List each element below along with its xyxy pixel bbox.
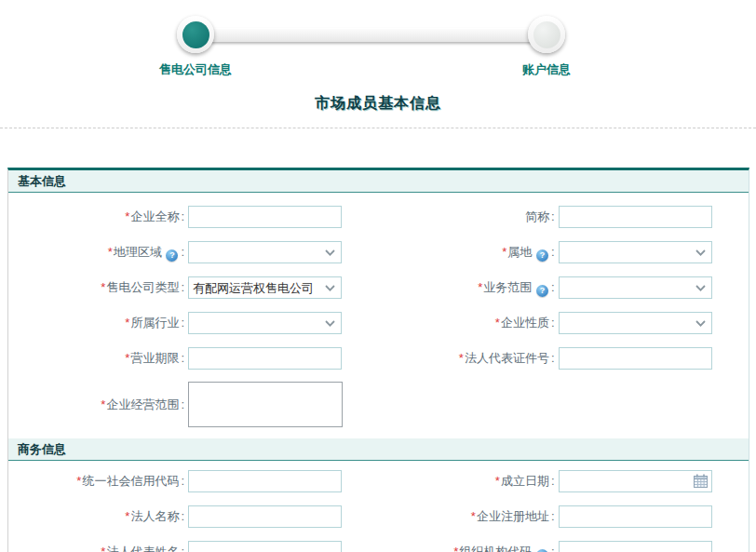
- field-label-territory: *属地 ?:: [379, 241, 556, 263]
- legal-person-name-input[interactable]: [188, 505, 342, 528]
- step-1-dot-icon: [182, 21, 209, 48]
- field-label-unified-social-credit-code: *统一社会信用代码:: [8, 470, 185, 492]
- enterprise-nature-select[interactable]: [559, 312, 712, 334]
- required-marker: *: [76, 474, 81, 488]
- required-marker: *: [495, 316, 500, 330]
- field-label-legal-person-name: *法人名称:: [8, 505, 185, 528]
- wizard-stepper: 售电公司信息 账户信息: [0, 7, 756, 82]
- field-label-organization-code: *组织机构代码 ?:: [379, 541, 556, 552]
- required-marker: *: [101, 397, 105, 411]
- required-marker: *: [495, 474, 500, 488]
- field-label-industry: *所属行业:: [8, 312, 185, 334]
- business-range-textarea[interactable]: [188, 382, 343, 427]
- dashed-divider: [0, 128, 756, 128]
- required-marker: *: [453, 545, 458, 552]
- required-marker: *: [502, 245, 506, 259]
- legal-rep-name-input[interactable]: [188, 541, 342, 552]
- required-marker: *: [125, 209, 129, 223]
- section-business-info: 商务信息 *统一社会信用代码: *成立日期:: [8, 438, 749, 552]
- stepper-connector-bar: [197, 28, 546, 42]
- required-marker: *: [478, 280, 482, 294]
- required-marker: *: [125, 316, 129, 330]
- field-label-short-name: 简称:: [379, 206, 556, 228]
- help-icon[interactable]: ?: [536, 249, 548, 262]
- field-label-company-type: *售电公司类型:: [8, 276, 185, 299]
- legal-rep-id-number-input[interactable]: [559, 347, 712, 370]
- short-name-input[interactable]: [559, 206, 712, 228]
- field-label-geographic-region: *地理区域 ?:: [8, 241, 185, 263]
- step-2-label: 账户信息: [481, 61, 612, 78]
- section-basic-info: 基本信息 *企业全称: 简称:: [8, 170, 749, 438]
- registered-address-input[interactable]: [559, 505, 712, 528]
- required-marker: *: [101, 280, 105, 294]
- unified-social-credit-code-input[interactable]: [188, 470, 342, 492]
- member-info-form: 基本信息 *企业全称: 简称:: [7, 168, 749, 552]
- business-term-input[interactable]: [188, 347, 342, 370]
- required-marker: *: [459, 351, 464, 365]
- field-label-enterprise-nature: *企业性质:: [379, 312, 556, 334]
- step-2-indicator: [528, 16, 565, 53]
- company-full-name-input[interactable]: [188, 206, 342, 228]
- required-marker: *: [471, 509, 476, 523]
- business-scope-select[interactable]: [559, 276, 712, 299]
- required-marker: *: [125, 351, 129, 365]
- calendar-icon[interactable]: [694, 474, 708, 488]
- step-2-dot-icon: [533, 21, 560, 48]
- page-title: 市场成员基本信息: [0, 94, 756, 114]
- section-basic-info-title: 基本信息: [8, 170, 749, 193]
- required-marker: *: [101, 545, 105, 552]
- step-1-indicator: [177, 16, 214, 53]
- territory-select[interactable]: [559, 241, 712, 263]
- field-label-company-full-name: *企业全称:: [8, 206, 185, 228]
- help-icon[interactable]: ?: [536, 285, 548, 297]
- field-label-legal-rep-name: *法人代表姓名:: [8, 541, 185, 552]
- industry-select[interactable]: [188, 312, 342, 334]
- field-label-establishment-date: *成立日期:: [379, 470, 556, 492]
- geographic-region-select[interactable]: [188, 241, 342, 263]
- field-label-legal-rep-id-number: *法人代表证件号:: [379, 347, 556, 370]
- field-label-business-term: *营业期限:: [8, 347, 185, 370]
- organization-code-input[interactable]: [559, 541, 712, 552]
- company-type-select[interactable]: 有配网运营权售电公司: [188, 276, 342, 299]
- establishment-date-input[interactable]: [559, 470, 712, 492]
- required-marker: *: [125, 509, 129, 523]
- required-marker: *: [108, 245, 113, 259]
- help-icon[interactable]: ?: [166, 249, 178, 262]
- field-label-business-range: *企业经营范围:: [8, 382, 185, 427]
- section-business-info-title: 商务信息: [8, 438, 749, 461]
- field-label-business-scope: *业务范围 ?:: [379, 276, 556, 299]
- field-label-registered-address: *企业注册地址:: [379, 505, 556, 528]
- step-1-label: 售电公司信息: [130, 61, 261, 78]
